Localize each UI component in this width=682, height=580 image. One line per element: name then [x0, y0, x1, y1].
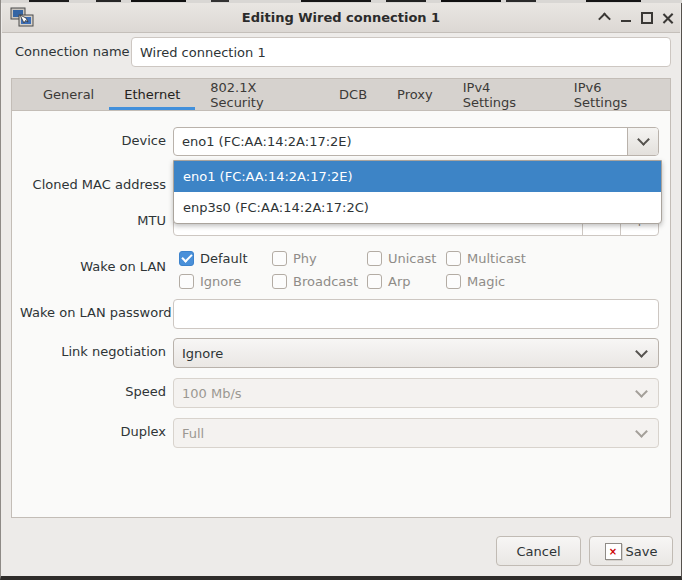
tab-bar: GeneralEthernet802.1X SecurityDCBProxyIP…: [12, 79, 670, 111]
tab-general[interactable]: General: [28, 79, 109, 110]
device-option-1[interactable]: enp3s0 (FC:AA:14:2A:17:2C): [174, 192, 661, 223]
wol-option-label: Ignore: [200, 274, 241, 289]
link-negotiation-value: Ignore: [182, 346, 223, 361]
speed-value: 100 Mb/s: [182, 386, 242, 401]
checkbox-unchecked-icon[interactable]: [367, 274, 382, 289]
speed-combo: 100 Mb/s: [173, 378, 659, 408]
link-negotiation-label: Link negotiation: [20, 342, 166, 362]
cancel-button[interactable]: Cancel: [496, 536, 581, 566]
device-combo-value[interactable]: eno1 (FC:AA:14:2A:17:2E): [174, 128, 627, 155]
wol-option-broadcast[interactable]: Broadcast: [272, 271, 358, 291]
wol-option-magic[interactable]: Magic: [446, 271, 505, 291]
wol-option-unicast[interactable]: Unicast: [367, 248, 436, 268]
cancel-button-label: Cancel: [516, 544, 560, 559]
save-button-label: Save: [626, 544, 658, 559]
missing-image-icon: ×: [605, 543, 622, 560]
save-button[interactable]: × Save: [589, 536, 673, 566]
wol-option-phy[interactable]: Phy: [272, 248, 317, 268]
wol-option-arp[interactable]: Arp: [367, 271, 411, 291]
chevron-down-icon: [635, 425, 648, 438]
tab-dcb[interactable]: DCB: [324, 79, 382, 110]
tab-proxy[interactable]: Proxy: [382, 79, 448, 110]
wake-on-lan-label: Wake on LAN: [20, 257, 166, 277]
dialog-window: Editing Wired connection 1 Connection na…: [0, 0, 682, 580]
mtu-label: MTU: [20, 211, 166, 231]
checkbox-unchecked-icon[interactable]: [272, 274, 287, 289]
wol-option-label: Broadcast: [293, 274, 358, 289]
window-controls: [594, 3, 678, 32]
window-title: Editing Wired connection 1: [2, 10, 680, 25]
checkbox-unchecked-icon[interactable]: [367, 251, 382, 266]
settings-notebook: GeneralEthernet802.1X SecurityDCBProxyIP…: [11, 78, 671, 518]
duplex-value: Full: [182, 426, 204, 441]
wol-option-default[interactable]: Default: [179, 248, 248, 268]
close-icon: [662, 12, 674, 24]
duplex-label: Duplex: [20, 422, 166, 442]
minimize-button[interactable]: [615, 5, 636, 30]
checkbox-unchecked-icon[interactable]: [446, 251, 461, 266]
checkbox-unchecked-icon[interactable]: [179, 274, 194, 289]
chevron-down-icon: [635, 345, 648, 358]
checkbox-checked-icon[interactable]: [179, 251, 194, 266]
checkbox-unchecked-icon[interactable]: [272, 251, 287, 266]
link-negotiation-combo[interactable]: Ignore: [173, 338, 659, 368]
chevron-up-icon: [598, 13, 611, 26]
wol-option-label: Unicast: [388, 251, 436, 266]
device-combo-dropdown-button[interactable]: [627, 128, 658, 155]
chevron-down-icon: [635, 385, 648, 398]
device-dropdown-popup: eno1 (FC:AA:14:2A:17:2E)enp3s0 (FC:AA:14…: [173, 160, 662, 224]
wol-option-ignore[interactable]: Ignore: [179, 271, 241, 291]
connection-name-label: Connection name: [15, 44, 130, 59]
checkbox-unchecked-icon[interactable]: [446, 274, 461, 289]
maximize-icon: [641, 12, 653, 24]
shade-button[interactable]: [594, 5, 615, 30]
device-combo[interactable]: eno1 (FC:AA:14:2A:17:2E): [173, 127, 659, 156]
titlebar[interactable]: Editing Wired connection 1: [2, 3, 680, 33]
wol-option-multicast[interactable]: Multicast: [446, 248, 526, 268]
tab-802-1x-security[interactable]: 802.1X Security: [195, 79, 324, 110]
connection-name-input[interactable]: [131, 37, 671, 67]
wol-password-label: Wake on LAN password: [20, 303, 166, 323]
maximize-button[interactable]: [636, 5, 657, 30]
wol-option-label: Default: [200, 251, 248, 266]
wol-option-label: Magic: [467, 274, 505, 289]
minimize-icon: [621, 20, 631, 22]
tab-ipv4-settings[interactable]: IPv4 Settings: [448, 79, 559, 110]
tab-ipv6-settings[interactable]: IPv6 Settings: [559, 79, 670, 110]
close-button[interactable]: [657, 5, 678, 30]
device-option-0[interactable]: eno1 (FC:AA:14:2A:17:2E): [174, 161, 661, 192]
wol-option-label: Arp: [388, 274, 411, 289]
wol-password-input[interactable]: [173, 299, 659, 329]
wol-option-label: Multicast: [467, 251, 526, 266]
device-label: Device: [20, 131, 166, 151]
chevron-down-icon: [637, 133, 650, 146]
wol-option-label: Phy: [293, 251, 317, 266]
cloned-mac-label: Cloned MAC address: [20, 175, 166, 195]
duplex-combo: Full: [173, 418, 659, 448]
speed-label: Speed: [20, 382, 166, 402]
network-connections-icon: [10, 7, 34, 29]
tab-ethernet[interactable]: Ethernet: [109, 79, 195, 110]
